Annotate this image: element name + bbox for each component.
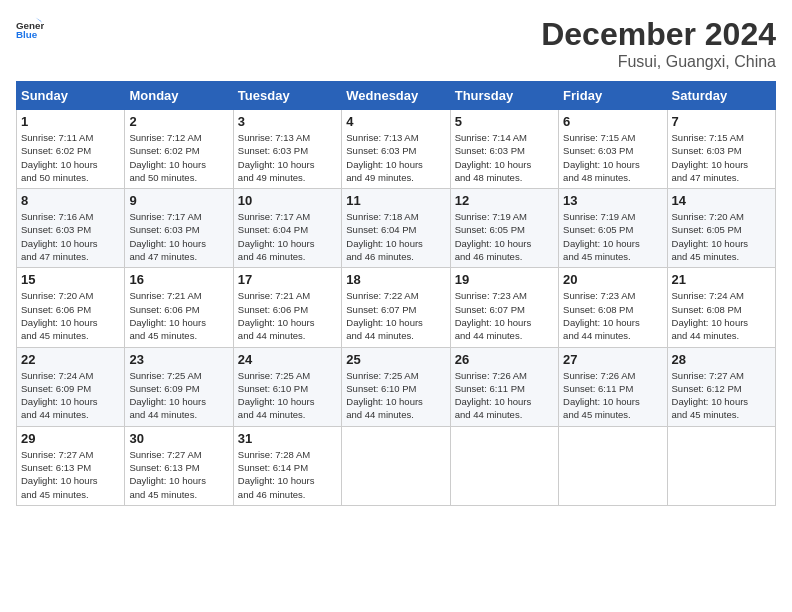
weekday-header-sunday: Sunday [17, 82, 125, 110]
day-number: 24 [238, 352, 337, 367]
day-number: 4 [346, 114, 445, 129]
calendar-cell: 4Sunrise: 7:13 AM Sunset: 6:03 PM Daylig… [342, 110, 450, 189]
logo: General Blue [16, 16, 44, 44]
calendar-cell: 30Sunrise: 7:27 AM Sunset: 6:13 PM Dayli… [125, 426, 233, 505]
calendar-week-5: 29Sunrise: 7:27 AM Sunset: 6:13 PM Dayli… [17, 426, 776, 505]
day-detail: Sunrise: 7:17 AM Sunset: 6:04 PM Dayligh… [238, 210, 337, 263]
day-number: 27 [563, 352, 662, 367]
day-number: 8 [21, 193, 120, 208]
day-detail: Sunrise: 7:25 AM Sunset: 6:10 PM Dayligh… [238, 369, 337, 422]
weekday-header-thursday: Thursday [450, 82, 558, 110]
day-number: 25 [346, 352, 445, 367]
day-number: 16 [129, 272, 228, 287]
day-number: 19 [455, 272, 554, 287]
day-detail: Sunrise: 7:26 AM Sunset: 6:11 PM Dayligh… [563, 369, 662, 422]
day-detail: Sunrise: 7:24 AM Sunset: 6:08 PM Dayligh… [672, 289, 771, 342]
weekday-header-wednesday: Wednesday [342, 82, 450, 110]
day-detail: Sunrise: 7:20 AM Sunset: 6:05 PM Dayligh… [672, 210, 771, 263]
calendar-week-3: 15Sunrise: 7:20 AM Sunset: 6:06 PM Dayli… [17, 268, 776, 347]
calendar-cell: 29Sunrise: 7:27 AM Sunset: 6:13 PM Dayli… [17, 426, 125, 505]
day-number: 17 [238, 272, 337, 287]
day-detail: Sunrise: 7:27 AM Sunset: 6:13 PM Dayligh… [21, 448, 120, 501]
calendar-cell: 17Sunrise: 7:21 AM Sunset: 6:06 PM Dayli… [233, 268, 341, 347]
day-number: 2 [129, 114, 228, 129]
day-detail: Sunrise: 7:25 AM Sunset: 6:09 PM Dayligh… [129, 369, 228, 422]
calendar-cell: 2Sunrise: 7:12 AM Sunset: 6:02 PM Daylig… [125, 110, 233, 189]
page-header: General Blue December 2024 Fusui, Guangx… [16, 16, 776, 71]
day-detail: Sunrise: 7:20 AM Sunset: 6:06 PM Dayligh… [21, 289, 120, 342]
calendar-cell: 20Sunrise: 7:23 AM Sunset: 6:08 PM Dayli… [559, 268, 667, 347]
calendar-week-1: 1Sunrise: 7:11 AM Sunset: 6:02 PM Daylig… [17, 110, 776, 189]
svg-text:Blue: Blue [16, 29, 38, 40]
day-detail: Sunrise: 7:23 AM Sunset: 6:07 PM Dayligh… [455, 289, 554, 342]
calendar-cell: 21Sunrise: 7:24 AM Sunset: 6:08 PM Dayli… [667, 268, 775, 347]
day-detail: Sunrise: 7:23 AM Sunset: 6:08 PM Dayligh… [563, 289, 662, 342]
calendar-week-4: 22Sunrise: 7:24 AM Sunset: 6:09 PM Dayli… [17, 347, 776, 426]
day-number: 7 [672, 114, 771, 129]
day-number: 31 [238, 431, 337, 446]
day-number: 30 [129, 431, 228, 446]
day-detail: Sunrise: 7:13 AM Sunset: 6:03 PM Dayligh… [346, 131, 445, 184]
calendar-cell: 13Sunrise: 7:19 AM Sunset: 6:05 PM Dayli… [559, 189, 667, 268]
day-number: 14 [672, 193, 771, 208]
day-number: 18 [346, 272, 445, 287]
day-detail: Sunrise: 7:27 AM Sunset: 6:12 PM Dayligh… [672, 369, 771, 422]
calendar-table: SundayMondayTuesdayWednesdayThursdayFrid… [16, 81, 776, 506]
calendar-cell: 23Sunrise: 7:25 AM Sunset: 6:09 PM Dayli… [125, 347, 233, 426]
day-detail: Sunrise: 7:22 AM Sunset: 6:07 PM Dayligh… [346, 289, 445, 342]
calendar-cell: 15Sunrise: 7:20 AM Sunset: 6:06 PM Dayli… [17, 268, 125, 347]
day-detail: Sunrise: 7:17 AM Sunset: 6:03 PM Dayligh… [129, 210, 228, 263]
weekday-header-monday: Monday [125, 82, 233, 110]
day-number: 9 [129, 193, 228, 208]
calendar-cell: 16Sunrise: 7:21 AM Sunset: 6:06 PM Dayli… [125, 268, 233, 347]
day-detail: Sunrise: 7:15 AM Sunset: 6:03 PM Dayligh… [563, 131, 662, 184]
day-number: 5 [455, 114, 554, 129]
calendar-cell [342, 426, 450, 505]
calendar-cell: 10Sunrise: 7:17 AM Sunset: 6:04 PM Dayli… [233, 189, 341, 268]
day-detail: Sunrise: 7:27 AM Sunset: 6:13 PM Dayligh… [129, 448, 228, 501]
weekday-header-tuesday: Tuesday [233, 82, 341, 110]
calendar-cell: 19Sunrise: 7:23 AM Sunset: 6:07 PM Dayli… [450, 268, 558, 347]
calendar-cell: 27Sunrise: 7:26 AM Sunset: 6:11 PM Dayli… [559, 347, 667, 426]
calendar-cell: 1Sunrise: 7:11 AM Sunset: 6:02 PM Daylig… [17, 110, 125, 189]
weekday-header-friday: Friday [559, 82, 667, 110]
calendar-cell: 26Sunrise: 7:26 AM Sunset: 6:11 PM Dayli… [450, 347, 558, 426]
day-number: 29 [21, 431, 120, 446]
day-detail: Sunrise: 7:21 AM Sunset: 6:06 PM Dayligh… [129, 289, 228, 342]
day-detail: Sunrise: 7:15 AM Sunset: 6:03 PM Dayligh… [672, 131, 771, 184]
calendar-cell: 25Sunrise: 7:25 AM Sunset: 6:10 PM Dayli… [342, 347, 450, 426]
day-number: 22 [21, 352, 120, 367]
calendar-cell [667, 426, 775, 505]
calendar-cell: 11Sunrise: 7:18 AM Sunset: 6:04 PM Dayli… [342, 189, 450, 268]
calendar-cell: 12Sunrise: 7:19 AM Sunset: 6:05 PM Dayli… [450, 189, 558, 268]
day-number: 15 [21, 272, 120, 287]
calendar-cell: 18Sunrise: 7:22 AM Sunset: 6:07 PM Dayli… [342, 268, 450, 347]
calendar-cell: 7Sunrise: 7:15 AM Sunset: 6:03 PM Daylig… [667, 110, 775, 189]
title-block: December 2024 Fusui, Guangxi, China [541, 16, 776, 71]
calendar-cell: 3Sunrise: 7:13 AM Sunset: 6:03 PM Daylig… [233, 110, 341, 189]
calendar-cell [559, 426, 667, 505]
calendar-cell: 22Sunrise: 7:24 AM Sunset: 6:09 PM Dayli… [17, 347, 125, 426]
day-detail: Sunrise: 7:14 AM Sunset: 6:03 PM Dayligh… [455, 131, 554, 184]
day-detail: Sunrise: 7:12 AM Sunset: 6:02 PM Dayligh… [129, 131, 228, 184]
day-detail: Sunrise: 7:19 AM Sunset: 6:05 PM Dayligh… [455, 210, 554, 263]
calendar-cell: 14Sunrise: 7:20 AM Sunset: 6:05 PM Dayli… [667, 189, 775, 268]
day-detail: Sunrise: 7:26 AM Sunset: 6:11 PM Dayligh… [455, 369, 554, 422]
day-number: 11 [346, 193, 445, 208]
day-number: 12 [455, 193, 554, 208]
day-detail: Sunrise: 7:16 AM Sunset: 6:03 PM Dayligh… [21, 210, 120, 263]
day-detail: Sunrise: 7:24 AM Sunset: 6:09 PM Dayligh… [21, 369, 120, 422]
day-number: 23 [129, 352, 228, 367]
day-number: 1 [21, 114, 120, 129]
location: Fusui, Guangxi, China [541, 53, 776, 71]
calendar-cell: 9Sunrise: 7:17 AM Sunset: 6:03 PM Daylig… [125, 189, 233, 268]
day-number: 21 [672, 272, 771, 287]
month-title: December 2024 [541, 16, 776, 53]
day-number: 13 [563, 193, 662, 208]
day-detail: Sunrise: 7:19 AM Sunset: 6:05 PM Dayligh… [563, 210, 662, 263]
day-number: 6 [563, 114, 662, 129]
calendar-week-2: 8Sunrise: 7:16 AM Sunset: 6:03 PM Daylig… [17, 189, 776, 268]
day-detail: Sunrise: 7:21 AM Sunset: 6:06 PM Dayligh… [238, 289, 337, 342]
day-detail: Sunrise: 7:25 AM Sunset: 6:10 PM Dayligh… [346, 369, 445, 422]
logo-icon: General Blue [16, 16, 44, 44]
